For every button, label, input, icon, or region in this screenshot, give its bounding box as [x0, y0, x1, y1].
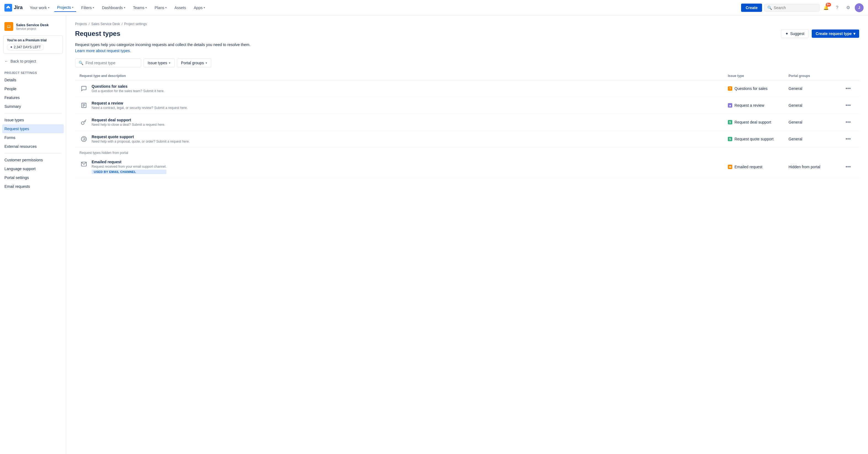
page-description: Request types help you categorize incomi…	[75, 42, 859, 47]
svg-point-5	[82, 136, 86, 141]
main-content: Projects / Sales Service Desk / Project …	[66, 15, 868, 454]
sidebar-item-details[interactable]: Details	[0, 75, 66, 85]
filters-row: 🔍 Issue types ▾ Portal groups ▾	[75, 59, 859, 67]
rt-name-cell: Request a review Need a contract, legal,…	[80, 101, 728, 110]
create-request-type-button[interactable]: Create request type ▾	[812, 30, 859, 38]
breadcrumb-service-desk[interactable]: Sales Service Desk	[91, 22, 120, 26]
rt-icon-mail	[80, 160, 88, 168]
table-row: Questions for sales Got a question for t…	[75, 80, 859, 97]
avatar[interactable]: J	[855, 3, 864, 12]
sidebar-item-issue-types[interactable]: Issue types	[0, 116, 66, 124]
rt-name[interactable]: Questions for sales	[92, 84, 164, 89]
portal-groups-filter[interactable]: Portal groups ▾	[177, 59, 211, 67]
project-info: Sales Service Desk Service project	[16, 23, 49, 30]
table-row: Request quote support Need help with a p…	[75, 131, 859, 148]
rt-name[interactable]: Request quote support	[92, 135, 190, 139]
help-button[interactable]: ?	[833, 3, 841, 12]
sidebar-item-forms[interactable]: Forms	[0, 133, 66, 142]
sidebar-item-people[interactable]: People	[0, 85, 66, 93]
project-icon: 🗂	[4, 22, 13, 31]
more-options-button[interactable]: •••	[844, 118, 852, 127]
nav-filters[interactable]: Filters ▾	[79, 4, 97, 11]
issue-type-label: Emailed request	[735, 165, 762, 169]
sidebar-item-external-resources[interactable]: External resources	[0, 142, 66, 151]
portal-group-cell: General	[788, 120, 844, 124]
rt-info: Questions for sales Got a question for t…	[92, 84, 164, 93]
used-by-tag: USED BY EMAIL CHANNEL	[92, 170, 166, 174]
rt-name[interactable]: Request deal support	[92, 118, 165, 122]
nav-apps[interactable]: Apps ▾	[191, 4, 208, 11]
search-filter[interactable]: 🔍	[75, 59, 141, 67]
rt-info: Request deal support Need help to close …	[92, 118, 165, 127]
svg-point-4	[82, 122, 84, 124]
rt-info: Emailed request Request received from yo…	[92, 160, 166, 174]
col-description: Request type and description	[80, 74, 728, 78]
find-request-input[interactable]	[86, 61, 138, 65]
nav-plans[interactable]: Plans ▾	[152, 4, 169, 11]
more-options-button[interactable]: •••	[844, 101, 852, 110]
create-button[interactable]: Create	[741, 4, 762, 12]
learn-more-link[interactable]: Learn more about request types.	[75, 48, 131, 53]
hidden-section-label: Request types hidden from portal	[75, 148, 859, 156]
rt-icon-dollar	[80, 135, 88, 143]
rt-desc: Need help with a proposal, quote, or ord…	[92, 139, 190, 143]
project-type: Service project	[16, 27, 49, 30]
rt-icon-key	[80, 118, 88, 127]
nav-teams[interactable]: Teams ▾	[130, 4, 150, 11]
table-row: Request a review Need a contract, legal,…	[75, 97, 859, 114]
sidebar-item-features[interactable]: Features	[0, 93, 66, 102]
nav-assets[interactable]: Assets	[172, 4, 189, 11]
sidebar-item-request-types[interactable]: Request types	[2, 124, 64, 133]
sidebar-item-portal-settings[interactable]: Portal settings	[0, 173, 66, 182]
rt-name-cell: Questions for sales Got a question for t…	[80, 84, 728, 93]
page-header: Request types ✦ Suggest Create request t…	[75, 29, 859, 38]
breadcrumb-projects[interactable]: Projects	[75, 22, 87, 26]
search-icon: 🔍	[79, 61, 83, 65]
nav-your-work[interactable]: Your work ▾	[27, 4, 52, 11]
breadcrumb: Projects / Sales Service Desk / Project …	[75, 22, 859, 26]
issue-types-filter[interactable]: Issue types ▾	[144, 59, 175, 67]
sidebar-item-language-support[interactable]: Language support	[0, 164, 66, 173]
more-options-button[interactable]: •••	[844, 162, 852, 171]
chevron-down-icon: ▾	[146, 6, 147, 9]
logo[interactable]: Jira	[4, 4, 23, 11]
chevron-down-icon: ▾	[93, 6, 94, 9]
issue-type-label: Request deal support	[735, 120, 771, 124]
portal-group-cell: Hidden from portal	[788, 165, 844, 169]
rt-desc: Need a contract, legal, or security revi…	[92, 106, 188, 110]
sidebar-item-summary[interactable]: Summary	[0, 102, 66, 111]
trial-banner: You're on a Premium trial ✦ 2,347 DAYS L…	[3, 35, 63, 54]
issue-type-badge: ✉	[728, 165, 732, 169]
sidebar-item-customer-permissions[interactable]: Customer permissions	[0, 156, 66, 164]
trial-title: You're on a Premium trial	[7, 38, 59, 42]
rt-name[interactable]: Request a review	[92, 101, 188, 105]
back-to-project[interactable]: ← Back to project	[0, 57, 66, 66]
more-options-button[interactable]: •••	[844, 84, 852, 93]
issue-type-label: Request quote support	[735, 137, 774, 141]
topnav: Jira Your work ▾ Projects ▾ Filters ▾ Da…	[0, 0, 868, 15]
star-icon: ✦	[10, 45, 13, 49]
rt-name-cell: Request quote support Need help with a p…	[80, 135, 728, 143]
notifications-button[interactable]: 🔔 9+	[822, 3, 831, 12]
search-box[interactable]: 🔍	[764, 4, 819, 11]
nav-dashboards[interactable]: Dashboards ▾	[99, 4, 128, 11]
settings-button[interactable]: ⚙	[844, 3, 852, 12]
issue-type-badge: ?	[728, 86, 732, 91]
suggest-button[interactable]: ✦ Suggest	[781, 29, 808, 38]
rt-name[interactable]: Emailed request	[92, 160, 166, 164]
trial-days-label: 2,347 DAYS LEFT	[14, 45, 41, 49]
sidebar: 🗂 Sales Service Desk Service project You…	[0, 15, 66, 454]
page-header-actions: ✦ Suggest Create request type ▾	[781, 29, 859, 38]
table-row: Emailed request Request received from yo…	[75, 156, 859, 178]
logo-text: Jira	[14, 5, 23, 10]
nav-projects[interactable]: Projects ▾	[54, 4, 76, 12]
page-layout: 🗂 Sales Service Desk Service project You…	[0, 15, 868, 454]
more-options-button[interactable]: •••	[844, 135, 852, 143]
suggest-icon: ✦	[785, 31, 788, 36]
trial-days-button[interactable]: ✦ 2,347 DAYS LEFT	[7, 44, 44, 51]
chevron-down-icon: ▾	[72, 6, 73, 9]
search-input[interactable]	[774, 5, 816, 10]
sidebar-item-email-requests[interactable]: Email requests	[0, 182, 66, 191]
issue-type-label: Questions for sales	[735, 86, 768, 91]
issue-type-cell: ? Questions for sales	[728, 86, 788, 91]
